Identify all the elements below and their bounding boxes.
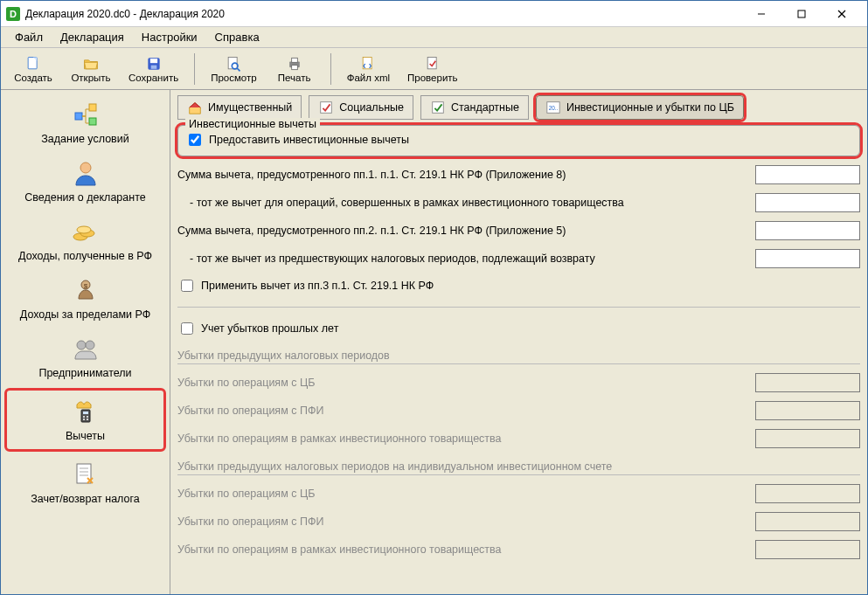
input-losses-pfi <box>755 401 860 420</box>
svg-text:20..: 20.. <box>549 105 559 111</box>
tab-social[interactable]: Социальные <box>309 95 413 120</box>
tb-file-xml-label: Файл xml <box>347 73 390 83</box>
svg-rect-38 <box>321 102 332 114</box>
sidebar: Задание условий Сведения о декларанте До… <box>1 90 170 594</box>
menu-declaration[interactable]: Декларация <box>53 29 131 45</box>
menu-help[interactable]: Справка <box>208 29 267 45</box>
toolbar: Создать Открыть Сохранить Просмотр Печат… <box>1 48 867 90</box>
provide-invest-label: Предоставить инвестиционные вычеты <box>209 134 409 146</box>
input-sum-pp1-sub[interactable] <box>755 193 860 212</box>
tab-property[interactable]: Имущественный <box>177 95 302 120</box>
maximize-button[interactable] <box>781 1 822 27</box>
tb-open[interactable]: Открыть <box>66 53 116 85</box>
input-iis-losses-cb <box>755 484 860 503</box>
svg-point-33 <box>87 419 88 420</box>
conditions-icon <box>70 99 101 130</box>
input-losses-partnership <box>755 429 860 448</box>
sidebar-item-offset-refund[interactable]: Зачет/возврат налога <box>1 453 170 512</box>
tb-print[interactable]: Печать <box>269 53 320 85</box>
row-iis-losses-cb: Убытки по операциям с ЦБ <box>177 484 860 503</box>
account-losses-label: Учет убытков прошлых лет <box>201 322 338 335</box>
sidebar-income-abroad-label: Доходы за пределами РФ <box>20 308 150 321</box>
income-abroad-icon: $ <box>70 274 101 306</box>
input-sum-pp2[interactable] <box>755 221 860 240</box>
tab-standard[interactable]: Стандартные <box>420 95 529 120</box>
svg-rect-19 <box>89 118 96 125</box>
investment-group-title: Инвестиционные вычеты <box>185 118 320 130</box>
tb-check[interactable]: Проверить <box>402 53 463 85</box>
sidebar-item-income-rf[interactable]: Доходы, полученные в РФ <box>1 211 170 269</box>
svg-rect-13 <box>291 58 297 62</box>
tb-sep-1 <box>194 53 195 85</box>
tb-open-label: Открыть <box>71 73 110 83</box>
investment-group: Инвестиционные вычеты Предоставить инвес… <box>177 125 860 156</box>
svg-point-31 <box>87 416 88 418</box>
form-area: Сумма вычета, предусмотренного пп.1. п.1… <box>170 162 867 594</box>
tb-save-label: Сохранить <box>128 73 178 83</box>
label-sum-pp1-sub: - тот же вычет для операций, совершенных… <box>177 197 746 209</box>
tb-preview-label: Просмотр <box>211 73 257 83</box>
row-losses-cb: Убытки по операциям с ЦБ <box>177 373 860 392</box>
body-area: Задание условий Сведения о декларанте До… <box>1 90 867 594</box>
window-controls <box>741 1 862 27</box>
menubar: Файл Декларация Настройки Справка <box>1 27 867 48</box>
sidebar-item-income-abroad[interactable]: $ Доходы за пределами РФ <box>1 269 170 328</box>
tab-property-label: Имущественный <box>208 101 292 114</box>
tab-standard-label: Стандартные <box>451 101 519 114</box>
sidebar-item-entrepreneurs[interactable]: Предприниматели <box>1 328 170 386</box>
sidebar-item-declarant[interactable]: Сведения о декларанте <box>1 152 170 211</box>
minimize-button[interactable] <box>741 1 781 27</box>
maximize-icon <box>797 10 806 18</box>
tab-investment[interactable]: 20.. Инвестиционные и убытки по ЦБ <box>536 95 744 120</box>
provide-invest-checkbox[interactable] <box>189 134 201 146</box>
preview-icon <box>225 55 242 73</box>
sidebar-offset-refund-label: Зачет/возврат налога <box>31 493 139 505</box>
entrepreneurs-icon <box>70 333 101 364</box>
input-sum-pp1[interactable] <box>755 165 860 184</box>
svg-text:$: $ <box>83 282 87 290</box>
svg-rect-8 <box>150 65 156 68</box>
label-iis-losses-pfi: Убытки по операциям с ПФИ <box>177 515 746 528</box>
label-losses-pfi: Убытки по операциям с ПФИ <box>177 405 746 417</box>
row-sum-pp1: Сумма вычета, предусмотренного пп.1. п.1… <box>177 165 860 184</box>
tb-create[interactable]: Создать <box>8 53 59 85</box>
row-losses-pfi: Убытки по операциям с ПФИ <box>177 401 860 420</box>
sidebar-item-conditions[interactable]: Задание условий <box>1 93 170 152</box>
tab-investment-label: Инвестиционные и убытки по ЦБ <box>566 101 734 114</box>
sidebar-declarant-label: Сведения о декларанте <box>24 191 145 204</box>
check-file-icon <box>424 55 441 73</box>
account-losses-row[interactable]: Учет убытков прошлых лет <box>177 320 860 337</box>
tb-preview[interactable]: Просмотр <box>205 53 262 85</box>
losses-iis-header: Убытки предыдущих налоговых периодов на … <box>177 460 860 475</box>
svg-rect-16 <box>427 57 436 68</box>
titlebar: D Декларация 2020.dc0 - Декларация 2020 <box>1 1 867 27</box>
standard-icon <box>430 100 446 115</box>
tb-sep-2 <box>330 53 331 85</box>
tb-file-xml[interactable]: Файл xml <box>342 53 395 85</box>
social-icon <box>318 100 334 115</box>
deductions-icon <box>70 396 101 427</box>
label-losses-cb: Убытки по операциям с ЦБ <box>177 377 746 389</box>
menu-settings[interactable]: Настройки <box>135 29 205 45</box>
menu-file[interactable]: Файл <box>8 29 50 45</box>
open-folder-icon <box>82 55 100 73</box>
input-sum-pp2-sub[interactable] <box>755 249 860 268</box>
close-button[interactable] <box>822 1 862 27</box>
apply-pp3-row[interactable]: Применить вычет из пп.3 п.1. Ст. 219.1 Н… <box>177 277 860 294</box>
income-rf-icon <box>70 216 101 247</box>
sidebar-item-deductions[interactable]: Вычеты <box>4 388 166 452</box>
tb-save[interactable]: Сохранить <box>123 53 184 85</box>
provide-invest-checkbox-row[interactable]: Предоставить инвестиционные вычеты <box>185 131 852 149</box>
label-sum-pp1: Сумма вычета, предусмотренного пп.1. п.1… <box>177 169 746 181</box>
svg-rect-14 <box>291 65 297 69</box>
account-losses-checkbox[interactable] <box>181 322 193 335</box>
svg-rect-17 <box>75 113 82 120</box>
row-iis-losses-partnership: Убытки по операциям в рамках инвестицион… <box>177 540 860 559</box>
row-sum-pp2: Сумма вычета, предусмотренного пп.2. п.1… <box>177 221 860 240</box>
apply-pp3-checkbox[interactable] <box>181 280 193 292</box>
tb-check-label: Проверить <box>407 73 458 83</box>
input-iis-losses-pfi <box>755 512 860 531</box>
minimize-icon <box>757 10 766 18</box>
new-file-icon <box>24 55 42 73</box>
sidebar-income-rf-label: Доходы, полученные в РФ <box>18 250 152 262</box>
